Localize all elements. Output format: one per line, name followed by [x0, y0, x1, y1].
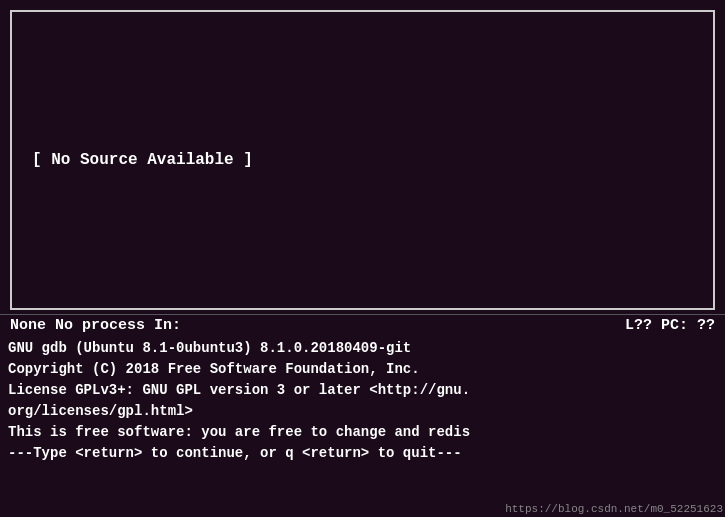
- main-container: [ No Source Available ] None No process …: [0, 0, 725, 517]
- console-line: org/licenses/gpl.html>: [8, 401, 717, 422]
- console-line: GNU gdb (Ubuntu 8.1-0ubuntu3) 8.1.0.2018…: [8, 338, 717, 359]
- console-area: GNU gdb (Ubuntu 8.1-0ubuntu3) 8.1.0.2018…: [0, 336, 725, 517]
- console-line: License GPLv3+: GNU GPL version 3 or lat…: [8, 380, 717, 401]
- source-window: [ No Source Available ]: [10, 10, 715, 310]
- console-line: This is free software: you are free to c…: [8, 422, 717, 443]
- status-right: L?? PC: ??: [625, 317, 715, 334]
- no-source-label: [ No Source Available ]: [32, 151, 713, 169]
- status-bar: None No process In: L?? PC: ??: [0, 314, 725, 336]
- status-left: None No process In:: [10, 317, 181, 334]
- console-line: Copyright (C) 2018 Free Software Foundat…: [8, 359, 717, 380]
- console-line: ---Type <return> to continue, or q <retu…: [8, 443, 717, 464]
- watermark: https://blog.csdn.net/m0_52251623: [505, 503, 723, 515]
